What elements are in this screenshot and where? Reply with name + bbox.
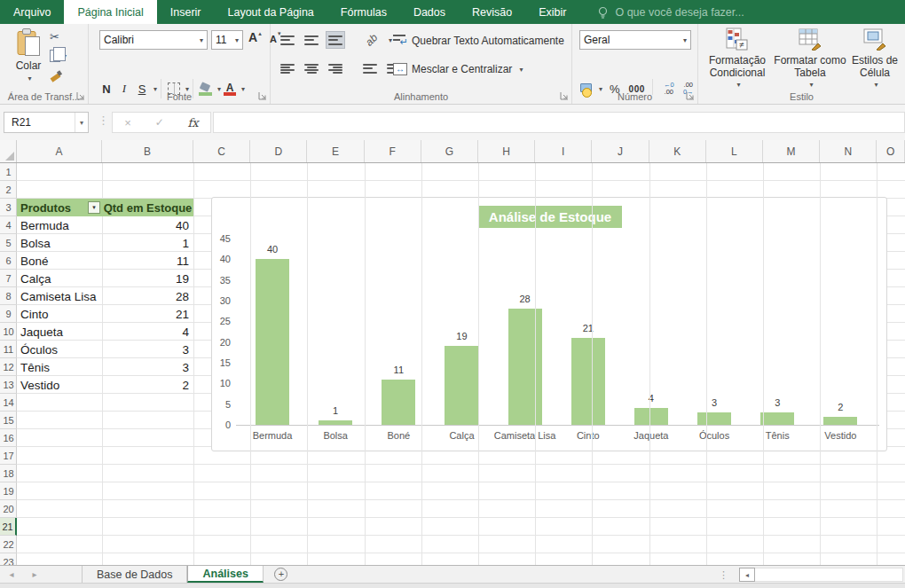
row-header-12[interactable]: 12 <box>0 358 17 376</box>
chart-bar-bolsa[interactable] <box>319 420 352 425</box>
filter-dropdown-button[interactable]: ▾ <box>88 201 100 214</box>
row-header-3[interactable]: 3 <box>0 199 17 216</box>
chart-bar-camiseta-lisa[interactable] <box>508 309 542 425</box>
sheet-tab-base-de-dados[interactable]: Base de Dados <box>83 566 187 583</box>
formula-input[interactable] <box>213 112 905 133</box>
conditional-formatting-button[interactable]: ≠ Formatação Condicional ▾ <box>703 27 772 91</box>
chart-bar-óculos[interactable] <box>697 412 731 425</box>
row-header-14[interactable]: 14 <box>0 394 17 412</box>
table-cell-produto[interactable]: Bolsa <box>17 234 102 252</box>
orientation-button[interactable]: ab <box>362 31 382 49</box>
table-cell-produto[interactable]: Óculos <box>17 341 102 358</box>
confirm-entry-button[interactable]: ✓ <box>155 116 164 129</box>
column-header-A[interactable]: A <box>17 140 102 162</box>
dialog-launcher-icon[interactable] <box>686 91 695 100</box>
number-format-select[interactable]: Geral ▾ <box>579 30 691 50</box>
row-header-11[interactable]: 11 <box>0 341 17 358</box>
row-header-23[interactable]: 23 <box>0 553 17 565</box>
stock-analysis-chart[interactable]: Análise de Estoque 05101520253035404540B… <box>211 197 887 451</box>
scrollbar-track[interactable] <box>755 568 903 582</box>
table-cell-produto[interactable]: Vestido <box>17 376 102 394</box>
name-box[interactable]: R21 ▾ <box>4 112 89 133</box>
column-header-D[interactable]: D <box>250 140 307 162</box>
row-header-18[interactable]: 18 <box>0 465 17 482</box>
scroll-left-button[interactable]: ◂ <box>739 568 755 582</box>
row-header-10[interactable]: 10 <box>0 323 17 341</box>
ribbon-tab-layout-da-p-gina[interactable]: Layout da Página <box>214 0 327 24</box>
increase-font-button[interactable]: A▴ <box>248 30 262 50</box>
column-header-M[interactable]: M <box>763 140 820 162</box>
row-header-22[interactable]: 22 <box>0 536 17 553</box>
cancel-entry-button[interactable]: × <box>124 116 131 129</box>
select-all-corner[interactable] <box>0 140 17 162</box>
row-header-13[interactable]: 13 <box>0 376 17 394</box>
row-header-7[interactable]: 7 <box>0 270 17 287</box>
table-cell-qtd[interactable]: 19 <box>102 270 193 287</box>
table-cell-produto[interactable]: Bermuda <box>17 216 102 234</box>
dialog-launcher-icon[interactable] <box>258 91 267 100</box>
row-header-6[interactable]: 6 <box>0 252 17 270</box>
table-cell-produto[interactable]: Cinto <box>17 305 102 323</box>
table-header-qtd[interactable]: Qtd em Estoque <box>102 199 193 216</box>
cells-area[interactable]: Análise de Estoque 05101520253035404540B… <box>17 163 905 565</box>
column-header-L[interactable]: L <box>706 140 763 162</box>
row-header-15[interactable]: 15 <box>0 412 17 429</box>
format-as-table-button[interactable]: Formatar como Tabela ▾ <box>774 27 846 91</box>
align-right-button[interactable] <box>326 59 345 77</box>
column-header-J[interactable]: J <box>592 140 649 162</box>
table-cell-qtd[interactable]: 3 <box>102 358 193 376</box>
formula-bar-splitter[interactable]: ⋮ <box>98 114 109 127</box>
chart-bar-jaqueta[interactable] <box>634 408 668 425</box>
font-size-select[interactable]: 11 ▾ <box>211 30 243 50</box>
column-header-E[interactable]: E <box>307 140 364 162</box>
table-cell-qtd[interactable]: 40 <box>102 216 193 234</box>
font-name-select[interactable]: Calibri ▾ <box>99 30 208 50</box>
align-left-button[interactable] <box>278 59 297 77</box>
row-header-2[interactable]: 2 <box>0 181 17 199</box>
table-header-produtos[interactable]: Produtos▾ <box>17 199 102 216</box>
ribbon-tab-dados[interactable]: Dados <box>400 0 459 24</box>
sheet-nav-next-button[interactable]: ▸ <box>23 566 46 583</box>
ribbon-tab-inserir[interactable]: Inserir <box>157 0 215 24</box>
column-header-C[interactable]: C <box>193 140 250 162</box>
paste-button[interactable]: Colar ▾ <box>9 28 48 92</box>
chart-bar-boné[interactable] <box>382 380 415 425</box>
table-cell-qtd[interactable]: 28 <box>102 287 193 305</box>
table-cell-qtd[interactable]: 3 <box>102 341 193 358</box>
column-header-B[interactable]: B <box>102 140 193 162</box>
row-header-21[interactable]: 21 <box>0 518 17 536</box>
row-header-5[interactable]: 5 <box>0 234 17 252</box>
row-header-19[interactable]: 19 <box>0 482 17 500</box>
chart-bar-bermuda[interactable] <box>256 259 289 425</box>
scrollbar-splitter[interactable]: ⋮ <box>719 569 728 581</box>
copy-button[interactable]: ▾ <box>50 49 67 63</box>
cell-styles-button[interactable]: Estilos de Célula ▾ <box>848 27 901 91</box>
decrease-indent-button[interactable] <box>360 59 380 77</box>
row-header-16[interactable]: 16 <box>0 429 17 447</box>
table-cell-produto[interactable]: Boné <box>17 252 102 270</box>
table-cell-produto[interactable]: Jaqueta <box>17 323 102 341</box>
align-top-button[interactable] <box>278 31 297 49</box>
row-header-20[interactable]: 20 <box>0 500 17 518</box>
row-header-17[interactable]: 17 <box>0 447 17 465</box>
column-header-F[interactable]: F <box>365 140 421 162</box>
table-cell-produto[interactable]: Camiseta Lisa <box>17 287 102 305</box>
table-cell-qtd[interactable]: 1 <box>102 234 193 252</box>
row-header-8[interactable]: 8 <box>0 287 17 305</box>
table-cell-produto[interactable]: Calça <box>17 270 102 287</box>
align-bottom-button[interactable] <box>326 31 345 49</box>
cut-button[interactable]: ✂ <box>50 29 59 43</box>
align-center-button[interactable] <box>302 59 321 77</box>
column-header-N[interactable]: N <box>820 140 877 162</box>
insert-function-button[interactable]: fx <box>187 116 198 129</box>
ribbon-tab-f-rmulas[interactable]: Fórmulas <box>327 0 400 24</box>
table-cell-qtd[interactable]: 11 <box>102 252 193 270</box>
column-header-O[interactable]: O <box>877 140 905 162</box>
row-header-9[interactable]: 9 <box>0 305 17 323</box>
ribbon-tab-revis-o[interactable]: Revisão <box>459 0 525 24</box>
wrap-text-button[interactable]: ↵ Quebrar Texto Automaticamente <box>393 35 564 47</box>
column-header-K[interactable]: K <box>649 140 706 162</box>
table-cell-qtd[interactable]: 2 <box>102 376 193 394</box>
table-cell-produto[interactable]: Tênis <box>17 358 102 376</box>
table-cell-qtd[interactable]: 21 <box>102 305 193 323</box>
